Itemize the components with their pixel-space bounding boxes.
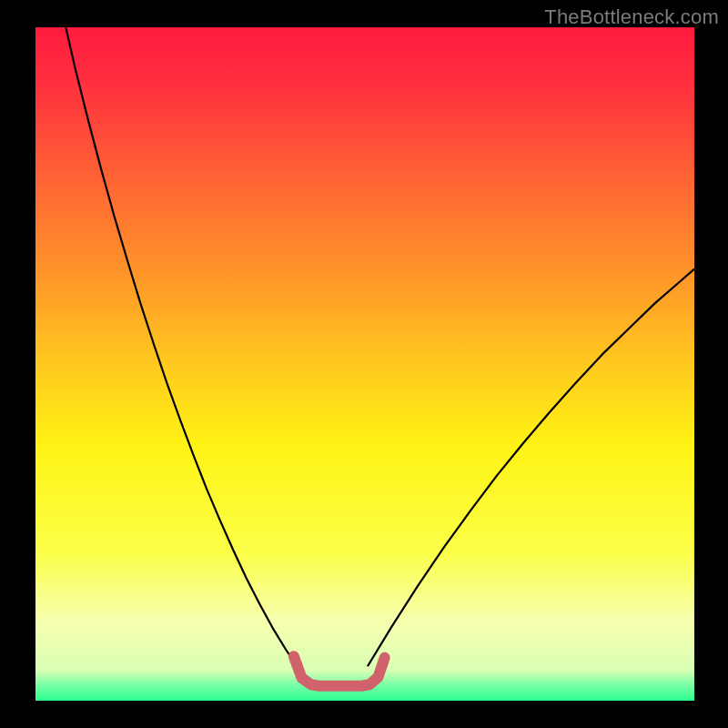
plot-background — [35, 27, 694, 701]
chart-root: TheBottleneck.com — [0, 0, 728, 728]
chart-canvas — [0, 0, 728, 728]
watermark-text: TheBottleneck.com — [544, 5, 719, 29]
